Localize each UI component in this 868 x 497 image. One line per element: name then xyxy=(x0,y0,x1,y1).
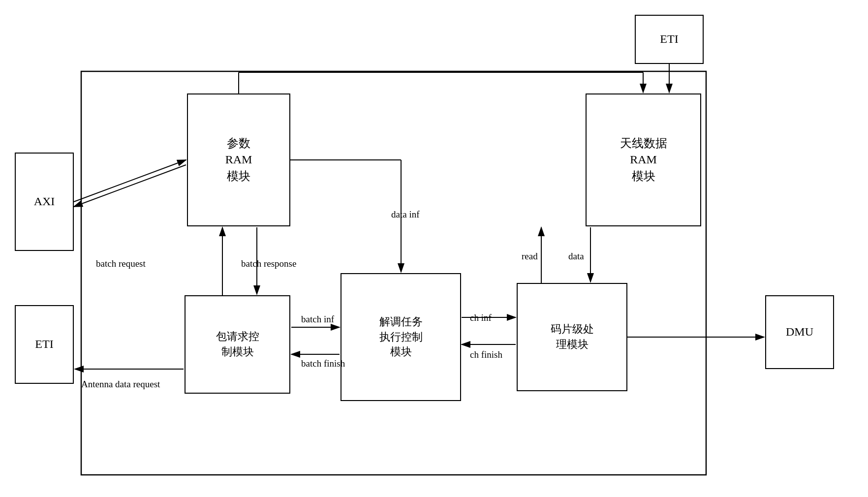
label-data-inf: data inf xyxy=(391,209,420,220)
label-ch-finish: ch finish xyxy=(470,349,502,360)
demod-ctrl-label: 解调任务执行控制模块 xyxy=(379,314,423,360)
box-eti-top: ETI xyxy=(635,15,704,64)
label-data: data xyxy=(568,251,584,262)
packet-ctrl-label: 包请求控制模块 xyxy=(216,329,259,360)
label-batch-inf: batch inf xyxy=(301,314,334,325)
arrows-svg xyxy=(0,0,868,497)
label-read: read xyxy=(522,251,538,262)
axi-label: AXI xyxy=(34,193,55,210)
box-demod-ctrl: 解调任务执行控制模块 xyxy=(341,273,461,401)
box-antenna-ram: 天线数据RAM模块 xyxy=(586,93,701,226)
box-axi: AXI xyxy=(15,153,74,251)
dmu-label: DMU xyxy=(786,324,813,341)
label-batch-request: batch request xyxy=(96,258,146,269)
box-eti-left: ETI xyxy=(15,305,74,384)
label-batch-finish: batch finish xyxy=(301,358,345,369)
antenna-ram-label: 天线数据RAM模块 xyxy=(620,135,667,185)
box-dmu: DMU xyxy=(765,295,834,369)
diagram-container: AXI ETI ETI 参数RAM模块 天线数据RAM模块 包请求控制模块 解调… xyxy=(0,0,868,497)
box-chip-proc: 码片级处理模块 xyxy=(517,283,627,391)
eti-left-label: ETI xyxy=(35,336,53,353)
eti-top-label: ETI xyxy=(660,31,678,48)
label-batch-response: batch response xyxy=(241,258,296,269)
label-ch-inf: ch inf xyxy=(470,312,492,323)
label-antenna-data-request: Antenna data request xyxy=(81,379,160,390)
svg-line-5 xyxy=(74,165,186,207)
chip-proc-label: 码片级处理模块 xyxy=(551,322,594,352)
box-param-ram: 参数RAM模块 xyxy=(187,93,290,226)
param-ram-label: 参数RAM模块 xyxy=(225,135,252,185)
svg-line-4 xyxy=(74,160,186,202)
box-packet-ctrl: 包请求控制模块 xyxy=(185,295,290,394)
